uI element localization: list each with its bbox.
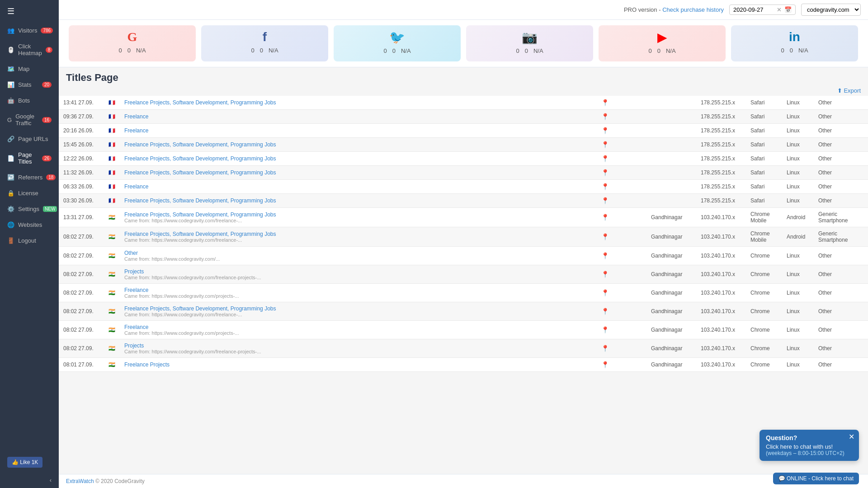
visit-flag: 🇫🇷: [104, 180, 120, 194]
pin-icon-cell: 📍: [597, 358, 646, 372]
sidebar-item-heatmap[interactable]: 🖱️ Click Heatmap 8: [0, 38, 59, 61]
domain-selector[interactable]: codegravity.com: [801, 4, 861, 16]
visit-os: Linux: [782, 124, 814, 138]
websites-icon: 🌐: [7, 221, 14, 228]
chat-online-button[interactable]: 💬 ONLINE - Click here to chat: [773, 473, 859, 484]
visit-os: Linux: [782, 247, 814, 265]
visit-device: Other: [814, 265, 868, 284]
youtube-icon: ▶: [657, 30, 667, 45]
visit-title[interactable]: Freelance Projects, Software Development…: [120, 208, 597, 227]
visit-location: Gandhinagar: [646, 265, 696, 284]
like-button[interactable]: 👍 Like 1K: [7, 457, 42, 468]
visit-flag: 🇫🇷: [104, 110, 120, 124]
table-row: 12:22 26.09. 🇫🇷 Freelance Projects, Soft…: [59, 152, 868, 166]
visit-time: 06:33 26.09.: [59, 180, 104, 194]
visit-location: Gandhinagar: [646, 247, 696, 265]
visit-title[interactable]: Freelance: [120, 110, 597, 124]
visit-title[interactable]: Freelance Projects, Software Development…: [120, 96, 597, 110]
table-row: 08:02 27.09. 🇮🇳 OtherCame from: https://…: [59, 247, 868, 265]
visit-flag: 🇫🇷: [104, 138, 120, 152]
visit-ip: 178.255.215.x: [696, 152, 746, 166]
sidebar-item-stats[interactable]: 📊 Stats 20: [0, 77, 59, 93]
sidebar-item-label: Logout: [18, 237, 36, 244]
visit-flag: 🇫🇷: [104, 194, 120, 208]
visit-flag: 🇫🇷: [104, 152, 120, 166]
chat-click-text: Click here to chat with us!: [766, 443, 853, 450]
sidebar-item-page-urls[interactable]: 🔗 Page URLs: [0, 131, 59, 147]
visit-title[interactable]: Freelance Projects, Software Development…: [120, 166, 597, 180]
visit-title[interactable]: Freelance Projects, Software Development…: [120, 302, 597, 321]
sidebar-item-page-titles[interactable]: 📄 Page Titles 26: [0, 147, 59, 169]
visit-title[interactable]: Freelance: [120, 124, 597, 138]
social-card-facebook: f 0 0 N/A: [201, 25, 328, 61]
visit-title[interactable]: Freelance Projects: [120, 358, 597, 372]
sidebar-item-visitors[interactable]: 👥 Visitors 786: [0, 23, 59, 38]
chat-hours: (weekdays – 8:00-15:00 UTC+2): [766, 450, 853, 456]
sidebar-item-license[interactable]: 🔒 License: [0, 185, 59, 201]
sidebar-item-map[interactable]: 🗺️ Map: [0, 61, 59, 77]
visit-browser: Safari: [746, 180, 782, 194]
date-input[interactable]: [733, 6, 774, 13]
sidebar-item-label: License: [18, 190, 38, 197]
chat-close-icon[interactable]: ✕: [849, 432, 854, 441]
visit-title[interactable]: Freelance Projects, Software Development…: [120, 138, 597, 152]
sidebar-item-websites[interactable]: 🌐 Websites: [0, 217, 59, 233]
twitter-icon: 🐦: [389, 30, 405, 45]
visit-location: Gandhinagar: [646, 284, 696, 302]
sidebar-item-google-traffic[interactable]: G Google Traffic 16: [0, 108, 59, 131]
visit-location: [646, 194, 696, 208]
sidebar-item-bots[interactable]: 🤖 Bots: [0, 93, 59, 108]
sidebar-collapse-button[interactable]: ‹: [0, 472, 59, 488]
visit-os: Linux: [782, 194, 814, 208]
visit-title[interactable]: OtherCame from: https://www.codegravity.…: [120, 247, 597, 265]
visit-ip: 103.240.170.x: [696, 321, 746, 339]
pin-icon-cell: 📍: [597, 227, 646, 247]
clear-date-icon[interactable]: ✕: [777, 6, 782, 13]
visit-os: Linux: [782, 302, 814, 321]
visit-location: Gandhinagar: [646, 227, 696, 247]
visit-title[interactable]: Freelance: [120, 180, 597, 194]
social-card-youtube: ▶ 0 0 N/A: [599, 25, 726, 61]
heatmap-icon: 🖱️: [7, 47, 14, 53]
license-icon: 🔒: [7, 190, 14, 197]
visit-os: Linux: [782, 284, 814, 302]
date-filter[interactable]: ✕ 📅: [729, 5, 796, 15]
table-row: 13:41 27.09. 🇫🇷 Freelance Projects, Soft…: [59, 96, 868, 110]
sidebar-item-referrers[interactable]: ↩️ Referrers 18: [0, 169, 59, 185]
visit-ip: 178.255.215.x: [696, 96, 746, 110]
table-row: 08:02 27.09. 🇮🇳 ProjectsCame from: https…: [59, 339, 868, 358]
bots-icon: 🤖: [7, 97, 14, 104]
footer-extrawatch-link[interactable]: ExtraWatch: [66, 478, 94, 484]
sidebar-item-logout[interactable]: 🚪 Logout: [0, 233, 59, 249]
export-button[interactable]: ⬆ Export: [837, 87, 861, 94]
sidebar-item-label: Bots: [18, 97, 30, 104]
visit-ip: 103.240.170.x: [696, 339, 746, 358]
table-row: 06:33 26.09. 🇫🇷 Freelance 📍 178.255.215.…: [59, 180, 868, 194]
visit-title[interactable]: ProjectsCame from: https://www.codegravi…: [120, 339, 597, 358]
visit-title[interactable]: ProjectsCame from: https://www.codegravi…: [120, 265, 597, 284]
visit-title[interactable]: Freelance Projects, Software Development…: [120, 227, 597, 247]
visit-time: 08:01 27.09.: [59, 358, 104, 372]
visit-time: 11:32 26.09.: [59, 166, 104, 180]
sidebar-item-label: Map: [18, 66, 29, 72]
visit-browser: Chrome: [746, 321, 782, 339]
pin-icon-cell: 📍: [597, 339, 646, 358]
calendar-icon[interactable]: 📅: [784, 6, 792, 13]
visit-title[interactable]: Freelance Projects, Software Development…: [120, 152, 597, 166]
visit-title[interactable]: Freelance Projects, Software Development…: [120, 194, 597, 208]
visit-title[interactable]: FreelanceCame from: https://www.codegrav…: [120, 321, 597, 339]
referrers-badge: 18: [46, 174, 56, 180]
logout-icon: 🚪: [7, 237, 14, 244]
visit-ip: 178.255.215.x: [696, 124, 746, 138]
visits-table: 13:41 27.09. 🇫🇷 Freelance Projects, Soft…: [59, 96, 868, 372]
visit-os: Linux: [782, 110, 814, 124]
stats-badge: 20: [42, 82, 52, 88]
social-card-google: G 0 0 N/A: [69, 25, 196, 61]
visit-title[interactable]: FreelanceCame from: https://www.codegrav…: [120, 284, 597, 302]
table-row: 20:16 26.09. 🇫🇷 Freelance 📍 178.255.215.…: [59, 124, 868, 138]
sidebar-item-settings[interactable]: ⚙️ Settings NEW: [0, 201, 59, 217]
check-purchase-link[interactable]: Check purchase history: [662, 6, 724, 13]
visit-flag: 🇫🇷: [104, 96, 120, 110]
sidebar-menu-icon[interactable]: ☰: [0, 0, 59, 23]
visit-flag: 🇫🇷: [104, 166, 120, 180]
